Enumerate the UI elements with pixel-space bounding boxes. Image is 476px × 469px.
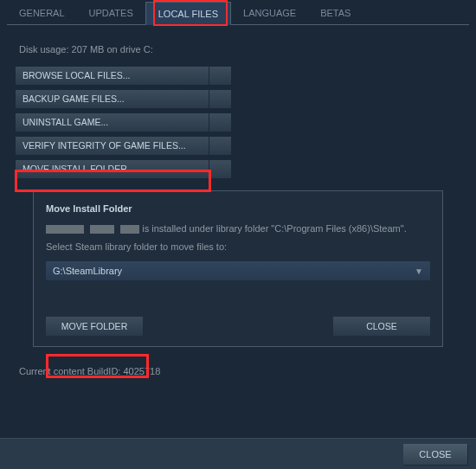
backup-game-files-button[interactable]: BACKUP GAME FILES... <box>16 90 209 108</box>
panel-line-1: is installed under library folder "C:\Pr… <box>46 222 430 235</box>
library-folder-selected-value: G:\SteamLibrary <box>53 266 122 276</box>
tab-language[interactable]: LANGUAGE <box>231 2 308 25</box>
library-folder-select[interactable]: G:\SteamLibrary ▼ <box>46 261 430 280</box>
tab-updates[interactable]: UPDATES <box>77 2 145 25</box>
browse-local-files-button[interactable]: BROWSE LOCAL FILES... <box>16 67 209 85</box>
redacted-game-name <box>46 225 84 234</box>
tabs-bar: GENERAL UPDATES LOCAL FILES LANGUAGE BET… <box>7 2 469 25</box>
tab-general[interactable]: GENERAL <box>7 2 77 25</box>
move-folder-button[interactable]: MOVE FOLDER <box>46 317 143 336</box>
uninstall-game-button[interactable]: UNINSTALL GAME... <box>16 113 209 132</box>
local-files-content: Disk usage: 207 MB on drive C: BROWSE LO… <box>7 25 469 380</box>
panel-line-2: Select Steam library folder to move file… <box>46 241 430 254</box>
panel-line-1-suffix: is installed under library folder "C:\Pr… <box>139 223 407 234</box>
disk-usage-text: Disk usage: 207 MB on drive C: <box>16 44 460 55</box>
chevron-down-icon: ▼ <box>415 267 423 276</box>
tab-betas[interactable]: BETAS <box>308 2 363 25</box>
panel-close-button[interactable]: CLOSE <box>333 317 430 336</box>
redacted-game-name-3 <box>120 225 139 234</box>
redacted-game-name-2 <box>90 225 114 234</box>
dialog-footer: CLOSE <box>0 438 476 469</box>
panel-title: Move Install Folder <box>46 203 430 214</box>
build-id-text: Current content BuildID: 4025718 <box>16 366 460 376</box>
move-install-folder-button[interactable]: MOVE INSTALL FOLDER... <box>16 160 209 178</box>
dialog-close-button[interactable]: CLOSE <box>403 444 467 465</box>
move-install-folder-panel: Move Install Folder is installed under l… <box>33 190 443 347</box>
tab-local-files[interactable]: LOCAL FILES <box>145 2 231 25</box>
verify-integrity-button[interactable]: VERIFY INTEGRITY OF GAME FILES... <box>16 137 209 155</box>
